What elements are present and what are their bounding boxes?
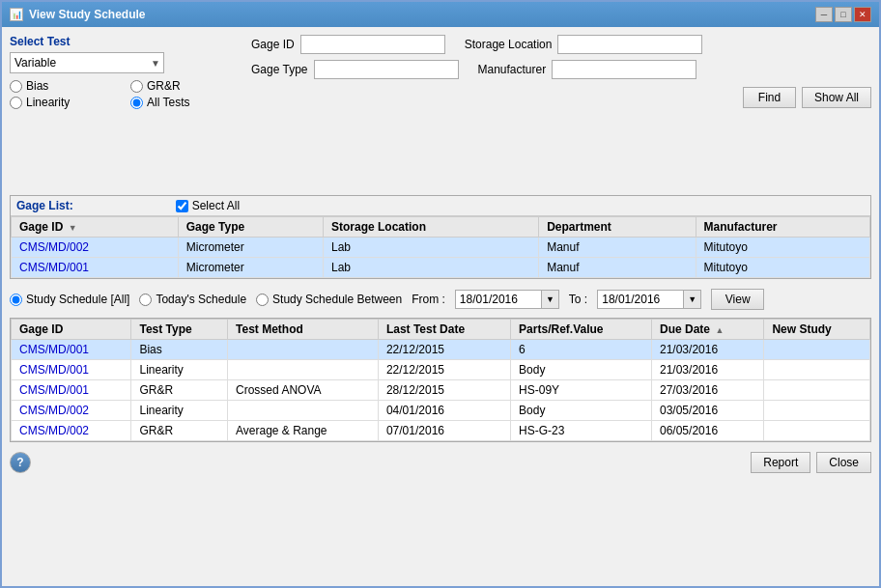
from-date-picker: ▼ bbox=[455, 290, 559, 309]
sched-gage-id-cell: CMS/MD/001 bbox=[12, 340, 131, 360]
sched-due-date-cell: 21/03/2016 bbox=[652, 360, 764, 380]
gage-type-input[interactable] bbox=[314, 60, 459, 79]
radio-all-tests[interactable]: All Tests bbox=[130, 96, 242, 109]
sched-new-study-cell bbox=[764, 360, 870, 380]
to-date-input[interactable] bbox=[597, 290, 684, 309]
from-date-input[interactable] bbox=[455, 290, 542, 309]
table-row[interactable]: CMS/MD/001 Micrometer Lab Manuf Mitutoyo bbox=[12, 258, 870, 278]
sched-due-date-cell: 03/05/2016 bbox=[652, 401, 764, 421]
gage-id-link[interactable]: CMS/MD/001 bbox=[19, 261, 89, 274]
storage-location-input[interactable] bbox=[557, 35, 702, 54]
storage-location-field: Storage Location bbox=[465, 35, 703, 54]
sched-gage-id-cell: CMS/MD/002 bbox=[12, 401, 131, 421]
sched-parts-ref-cell: Body bbox=[511, 401, 652, 421]
gage-id-link[interactable]: CMS/MD/002 bbox=[19, 240, 89, 254]
to-date-dropdown-btn[interactable]: ▼ bbox=[684, 290, 701, 309]
radio-schedule-all[interactable]: Study Schedule [All] bbox=[10, 293, 129, 306]
sched-due-date-cell: 06/05/2016 bbox=[652, 421, 764, 441]
col-department: Department bbox=[539, 217, 696, 238]
help-button[interactable]: ? bbox=[10, 452, 31, 473]
title-controls: ─ □ ✕ bbox=[815, 7, 871, 22]
sched-last-test-date-cell: 28/12/2015 bbox=[378, 380, 510, 401]
storage-location-label: Storage Location bbox=[465, 38, 553, 51]
table-row[interactable]: CMS/MD/002 GR&R Average & Range 07/01/20… bbox=[12, 421, 870, 441]
sched-test-type-cell: GR&R bbox=[131, 380, 228, 401]
maximize-button[interactable]: □ bbox=[835, 7, 852, 22]
department-cell: Manuf bbox=[539, 238, 696, 258]
title-bar: 📊 View Study Schedule ─ □ ✕ bbox=[2, 2, 879, 27]
radio-bias[interactable]: Bias bbox=[10, 79, 121, 93]
radio-bias-input[interactable] bbox=[10, 80, 22, 93]
show-all-button[interactable]: Show All bbox=[802, 87, 871, 108]
table-row[interactable]: CMS/MD/001 Linearity 22/12/2015 Body 21/… bbox=[12, 360, 870, 380]
minimize-button[interactable]: ─ bbox=[815, 7, 833, 22]
sched-test-type-cell: Linearity bbox=[131, 360, 228, 380]
radio-between-input[interactable] bbox=[256, 294, 269, 306]
radio-linearity[interactable]: Linearity bbox=[10, 96, 121, 109]
schedule-header-row: Gage ID Test Type Test Method Last Test … bbox=[12, 320, 870, 340]
radio-bias-label: Bias bbox=[26, 79, 48, 93]
radio-grr-label: GR&R bbox=[147, 79, 181, 93]
sched-test-method-cell bbox=[228, 401, 379, 421]
sched-test-method-cell bbox=[228, 340, 379, 360]
radio-today-schedule[interactable]: Today's Schedule bbox=[139, 293, 246, 306]
footer-bar: ? Report Close bbox=[10, 448, 871, 475]
table-row[interactable]: CMS/MD/002 Linearity 04/01/2016 Body 03/… bbox=[12, 401, 870, 421]
manufacturer-cell: Mitutoyo bbox=[696, 258, 869, 278]
gage-type-label: Gage Type bbox=[251, 63, 308, 76]
table-row[interactable]: CMS/MD/002 Micrometer Lab Manuf Mitutoyo bbox=[12, 238, 870, 258]
find-button[interactable]: Find bbox=[743, 87, 796, 108]
table-row[interactable]: CMS/MD/001 Bias 22/12/2015 6 21/03/2016 bbox=[12, 340, 870, 360]
report-button[interactable]: Report bbox=[751, 452, 810, 473]
variable-dropdown[interactable]: Variable Attribute bbox=[10, 52, 164, 73]
gage-id-field: Gage ID bbox=[251, 35, 445, 54]
sched-last-test-date-cell: 04/01/2016 bbox=[378, 401, 510, 421]
close-window-button[interactable]: ✕ bbox=[854, 7, 871, 22]
gage-id-cell: CMS/MD/002 bbox=[12, 238, 179, 258]
sched-new-study-cell bbox=[764, 340, 870, 360]
window-icon: 📊 bbox=[10, 8, 23, 21]
right-panel: Gage ID Storage Location Gage Type Manuf… bbox=[251, 35, 871, 189]
sched-parts-ref-cell: HS-G-23 bbox=[511, 421, 652, 441]
from-label: From : bbox=[412, 293, 445, 306]
gage-list-table: Gage ID ▼ Gage Type Storage Location Dep… bbox=[11, 216, 870, 278]
radio-grr-input[interactable] bbox=[130, 80, 143, 93]
sched-test-type-cell: GR&R bbox=[131, 421, 228, 441]
radio-schedule-all-input[interactable] bbox=[10, 294, 22, 306]
due-date-sort-icon: ▲ bbox=[715, 325, 724, 335]
col-gage-id: Gage ID ▼ bbox=[12, 217, 179, 238]
table-row[interactable]: CMS/MD/001 GR&R Crossed ANOVA 28/12/2015… bbox=[12, 380, 870, 401]
sched-gage-id-cell: CMS/MD/002 bbox=[12, 421, 131, 441]
gage-type-cell: Micrometer bbox=[178, 238, 323, 258]
select-all-label: Select All bbox=[192, 199, 240, 212]
storage-location-cell: Lab bbox=[324, 258, 539, 278]
sched-new-study-cell bbox=[764, 401, 870, 421]
sched-gage-id-link[interactable]: CMS/MD/002 bbox=[19, 404, 89, 417]
sched-gage-id-link[interactable]: CMS/MD/002 bbox=[19, 424, 89, 437]
radio-schedule-between[interactable]: Study Schedule Between bbox=[256, 293, 402, 306]
radio-linearity-input[interactable] bbox=[10, 97, 22, 109]
sched-parts-ref-cell: 6 bbox=[511, 340, 652, 360]
sched-gage-id-link[interactable]: CMS/MD/001 bbox=[19, 383, 89, 397]
radio-grr[interactable]: GR&R bbox=[130, 79, 242, 93]
select-all-checkbox[interactable] bbox=[176, 200, 188, 212]
form-row-1: Gage ID Storage Location bbox=[251, 35, 871, 54]
radio-linearity-label: Linearity bbox=[26, 96, 70, 109]
sched-col-due-date: Due Date ▲ bbox=[652, 320, 764, 340]
gage-table-header-row: Gage ID ▼ Gage Type Storage Location Dep… bbox=[12, 217, 870, 238]
sched-gage-id-link[interactable]: CMS/MD/001 bbox=[19, 343, 89, 356]
gage-list-section: Gage List: Select All Gage ID ▼ Gage Typ… bbox=[10, 195, 871, 279]
sched-new-study-cell bbox=[764, 421, 870, 441]
left-panel: Select Test Variable Attribute ▼ Bias bbox=[10, 35, 242, 189]
sched-col-new-study: New Study bbox=[764, 320, 870, 340]
manufacturer-input[interactable] bbox=[552, 60, 696, 79]
sched-gage-id-cell: CMS/MD/001 bbox=[12, 360, 131, 380]
view-button[interactable]: View bbox=[711, 289, 764, 310]
from-date-dropdown-btn[interactable]: ▼ bbox=[542, 290, 559, 309]
radio-all-tests-input[interactable] bbox=[130, 97, 143, 109]
close-button[interactable]: Close bbox=[816, 452, 871, 473]
sched-test-method-cell: Average & Range bbox=[228, 421, 379, 441]
radio-today-input[interactable] bbox=[139, 294, 152, 306]
sched-gage-id-link[interactable]: CMS/MD/001 bbox=[19, 363, 89, 377]
gage-id-input[interactable] bbox=[300, 35, 445, 54]
